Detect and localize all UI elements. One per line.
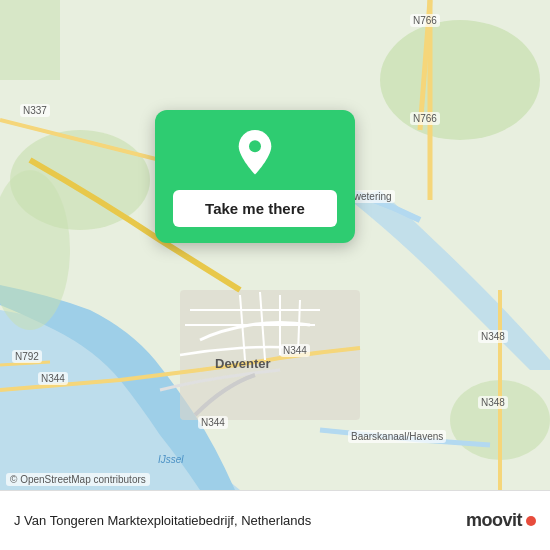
place-name: J Van Tongeren Marktexploitatiebedrijf, …	[14, 513, 311, 528]
svg-point-12	[249, 140, 261, 152]
road-label-n337: N337	[20, 104, 50, 117]
svg-point-2	[380, 20, 540, 140]
location-pin-icon	[231, 130, 279, 178]
take-me-there-button[interactable]: Take me there	[173, 190, 337, 227]
map-attribution: © OpenStreetMap contributors	[6, 473, 150, 486]
popup-card: Take me there	[155, 110, 355, 243]
moovit-dot-icon	[526, 516, 536, 526]
bottom-bar: J Van Tongeren Marktexploitatiebedrijf, …	[0, 490, 550, 550]
road-label-n344-left: N344	[38, 372, 68, 385]
road-label-n792: N792	[12, 350, 42, 363]
road-label-n766-top: N766	[410, 14, 440, 27]
road-label-baarskanaal: Baarskanaal/Havens	[348, 430, 446, 443]
road-label-n348-top: N348	[478, 330, 508, 343]
river-label-ijssel: IJssel	[155, 453, 187, 466]
road-label-n766-mid: N766	[410, 112, 440, 125]
moovit-text: moovit	[466, 510, 522, 531]
city-label-deventer: Deventer	[212, 355, 274, 372]
map-svg	[0, 0, 550, 490]
map-container: N766 N337 N766 N344 N344 N344 N348 N348 …	[0, 0, 550, 490]
bottom-left-section: J Van Tongeren Marktexploitatiebedrijf, …	[14, 513, 466, 528]
moovit-logo: moovit	[466, 510, 536, 531]
svg-rect-4	[0, 0, 60, 80]
road-label-n344-right: N344	[280, 344, 310, 357]
road-label-n348-bot: N348	[478, 396, 508, 409]
road-label-n344-mid: N344	[198, 416, 228, 429]
